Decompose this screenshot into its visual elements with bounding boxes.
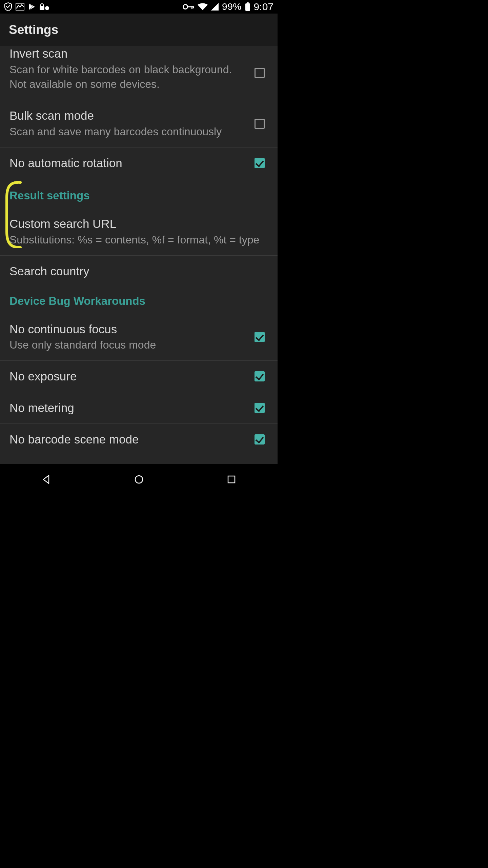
- setting-title: No automatic rotation: [9, 156, 237, 171]
- checkbox[interactable]: [255, 68, 265, 78]
- svg-rect-4: [187, 6, 194, 7]
- setting-search-country[interactable]: Search country: [0, 256, 278, 287]
- nav-recents-button[interactable]: [218, 472, 245, 487]
- setting-subtitle: Substitutions: %s = contents, %f = forma…: [9, 233, 268, 247]
- shield-icon: [4, 2, 12, 11]
- vpn-lock-icon: [39, 3, 49, 11]
- setting-title: Invert scan: [9, 46, 237, 61]
- battery-percent: 99%: [222, 1, 242, 12]
- setting-no-metering[interactable]: No metering: [0, 392, 278, 424]
- svg-point-3: [183, 5, 188, 9]
- checkbox[interactable]: [255, 403, 265, 413]
- setting-subtitle: Scan and save many barcodes continuously: [9, 124, 237, 139]
- svg-rect-1: [40, 6, 44, 10]
- setting-subtitle: Use only standard focus mode: [9, 338, 237, 352]
- setting-invert-scan[interactable]: Invert scan Scan for white barcodes on b…: [0, 46, 278, 100]
- key-icon: [183, 4, 194, 10]
- setting-custom-search-url[interactable]: Custom search URL Substitutions: %s = co…: [0, 208, 278, 256]
- nav-bar: [0, 464, 278, 495]
- wifi-icon: [198, 3, 208, 11]
- setting-title: No continuous focus: [9, 322, 237, 337]
- battery-icon: [245, 2, 250, 11]
- cell-signal-icon: [211, 3, 219, 11]
- play-store-icon: [28, 3, 36, 11]
- setting-no-auto-rotation[interactable]: No automatic rotation: [0, 147, 278, 179]
- svg-rect-6: [193, 6, 194, 8]
- svg-point-2: [45, 6, 49, 10]
- nav-home-button[interactable]: [125, 472, 152, 487]
- svg-rect-5: [191, 6, 192, 9]
- svg-point-9: [135, 476, 143, 483]
- status-clock: 9:07: [254, 1, 273, 13]
- nav-back-button[interactable]: [33, 472, 60, 487]
- svg-rect-10: [228, 476, 235, 483]
- setting-title: Search country: [9, 264, 268, 279]
- app-bar: Settings: [0, 14, 278, 46]
- setting-title: Bulk scan mode: [9, 108, 237, 123]
- setting-title: No barcode scene mode: [9, 432, 237, 447]
- checkbox[interactable]: [255, 371, 265, 381]
- setting-no-exposure[interactable]: No exposure: [0, 361, 278, 392]
- setting-no-continuous-focus[interactable]: No continuous focus Use only standard fo…: [0, 314, 278, 361]
- setting-no-barcode-scene[interactable]: No barcode scene mode: [0, 424, 278, 455]
- checkbox[interactable]: [255, 434, 265, 445]
- setting-title: No exposure: [9, 369, 237, 384]
- chart-icon: [16, 3, 24, 11]
- svg-rect-7: [245, 3, 250, 11]
- setting-title: No metering: [9, 400, 237, 415]
- section-header-result: Result settings: [0, 179, 278, 208]
- checkbox[interactable]: [255, 158, 265, 168]
- section-header-device: Device Bug Workarounds: [0, 287, 278, 314]
- setting-bulk-scan[interactable]: Bulk scan mode Scan and save many barcod…: [0, 100, 278, 147]
- status-bar: 99% 9:07: [0, 0, 278, 14]
- checkbox[interactable]: [255, 119, 265, 129]
- checkbox[interactable]: [255, 332, 265, 342]
- svg-rect-8: [247, 2, 249, 3]
- setting-title: Custom search URL: [9, 216, 268, 231]
- settings-list[interactable]: Invert scan Scan for white barcodes on b…: [0, 46, 278, 464]
- page-title: Settings: [9, 23, 58, 37]
- setting-subtitle: Scan for white barcodes on black backgro…: [9, 62, 237, 92]
